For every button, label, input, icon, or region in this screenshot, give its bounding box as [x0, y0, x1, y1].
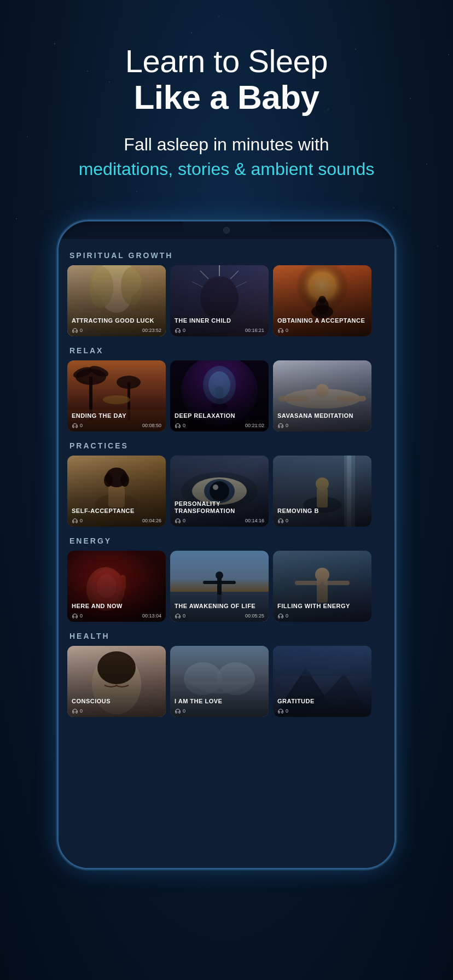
health-label: HEALTH: [67, 632, 386, 640]
card-filling-with-energy[interactable]: FILLING WITH ENERGY 0: [273, 551, 371, 622]
card-meta-left: 0: [277, 613, 288, 619]
card-meta-left: 0: [175, 518, 185, 523]
card-content: I AM THE LOVE 0: [170, 693, 269, 716]
hero-subtitle-cyan: meditations, stories & ambient sounds: [79, 159, 375, 179]
card-title: THE AWAKENING OF LIFE: [175, 603, 264, 610]
card-title: THE INNER CHILD: [175, 317, 264, 324]
card-i-am-the-love[interactable]: I AM THE LOVE 0: [170, 646, 269, 717]
card-content: FILLING WITH ENERGY 0: [273, 598, 371, 621]
card-title: OBTAINING A ACCEPTANCE: [277, 317, 367, 324]
hero-section: Learn to Sleep Like a Baby Fall asleep i…: [0, 0, 453, 203]
card-content: CONSCIOUS 0: [67, 693, 166, 716]
silent-switch: [57, 276, 58, 298]
card-content: PERSONALITY TRANSFORMATION 0 00:14:16: [170, 496, 269, 526]
card-count: 0: [80, 518, 83, 523]
relax-cards: ENDING THE DAY 0 00:08:50: [67, 360, 386, 431]
card-count: 0: [80, 328, 83, 333]
card-title: I AM THE LOVE: [175, 698, 264, 705]
card-meta: 0: [277, 423, 367, 428]
card-deep-relaxation[interactable]: DEEP RELAXATION 0 00:21:02: [170, 360, 269, 431]
phone-frame: SPIRITUAL GROWTH: [57, 220, 396, 870]
headphone-icon: [72, 423, 78, 428]
card-title: ATTRACTING GOOD LUCK: [72, 317, 161, 324]
card-attracting-good-luck[interactable]: ATTRACTING GOOD LUCK 0 00:23:52: [67, 265, 166, 336]
phone-screen[interactable]: SPIRITUAL GROWTH: [59, 239, 394, 868]
card-meta-left: 0: [72, 708, 83, 714]
card-content: REMOVING B 0: [273, 503, 371, 526]
category-relax: RELAX: [59, 340, 394, 435]
card-count: 0: [183, 708, 185, 714]
card-title: FILLING WITH ENERGY: [277, 603, 367, 610]
card-count: 0: [183, 328, 185, 333]
category-spiritual-growth: SPIRITUAL GROWTH: [59, 244, 394, 340]
bottom-spacer: [59, 720, 394, 731]
category-health: HEALTH: [59, 625, 394, 720]
card-content: HERE AND NOW 0 00:13:04: [67, 598, 166, 621]
card-meta: 0 00:14:16: [175, 518, 264, 523]
card-duration: 00:08:50: [142, 423, 161, 428]
card-content: ATTRACTING GOOD LUCK 0 00:23:52: [67, 313, 166, 336]
hero-title-light: Learn to Sleep: [33, 44, 420, 79]
volume-down-button: [57, 345, 58, 375]
card-count: 0: [286, 328, 288, 333]
card-meta-left: 0: [175, 613, 185, 619]
card-content: SAVASANA MEDITATION 0: [273, 408, 371, 431]
card-content: THE AWAKENING OF LIFE 0 00:05:25: [170, 598, 269, 621]
headphone-icon: [277, 708, 284, 714]
card-obtaining-acceptance[interactable]: OBTAINING A ACCEPTANCE 0: [273, 265, 371, 336]
card-meta: 0 00:08:50: [72, 423, 161, 428]
card-awakening-of-life[interactable]: THE AWAKENING OF LIFE 0 00:05:25: [170, 551, 269, 622]
headphone-icon: [72, 613, 78, 619]
card-meta: 0 00:16:21: [175, 328, 264, 333]
card-meta-left: 0: [277, 518, 288, 523]
card-title: REMOVING B: [277, 508, 367, 515]
card-count: 0: [80, 423, 83, 428]
headphone-icon: [175, 328, 181, 333]
card-meta: 0: [72, 708, 161, 714]
headphone-icon: [175, 613, 181, 619]
energy-cards: HERE AND NOW 0 00:13:04: [67, 551, 386, 622]
card-ending-the-day[interactable]: ENDING THE DAY 0 00:08:50: [67, 360, 166, 431]
health-cards: CONSCIOUS 0: [67, 646, 386, 717]
headphone-icon: [277, 423, 284, 428]
volume-up-button: [57, 306, 58, 336]
card-gratitude[interactable]: GRATITUDE 0: [273, 646, 371, 717]
card-duration: 00:21:02: [245, 423, 264, 428]
card-content: GRATITUDE 0: [273, 693, 371, 716]
spiritual-growth-label: SPIRITUAL GROWTH: [67, 251, 386, 260]
headphone-icon: [72, 518, 78, 523]
card-content: SELF-ACCEPTANCE 0 00:04:26: [67, 503, 166, 526]
card-title: CONSCIOUS: [72, 698, 161, 705]
headphone-icon: [277, 518, 284, 523]
card-personality-transformation[interactable]: PERSONALITY TRANSFORMATION 0 00:14:16: [170, 456, 269, 527]
card-meta: 0 00:23:52: [72, 328, 161, 333]
card-meta: 0: [277, 518, 367, 523]
card-meta: 0: [277, 328, 367, 333]
hero-subtitle: Fall asleep in minutes with meditations,…: [33, 132, 420, 182]
card-savasana-meditation[interactable]: SAVASANA MEDITATION 0: [273, 360, 371, 431]
card-inner-child[interactable]: THE INNER CHILD 0 00:16:21: [170, 265, 269, 336]
card-meta: 0 00:05:25: [175, 613, 264, 619]
headphone-icon: [175, 518, 181, 523]
card-meta: 0: [175, 708, 264, 714]
card-meta-left: 0: [277, 423, 288, 428]
card-meta-left: 0: [72, 423, 83, 428]
category-practices: PRACTICES: [59, 435, 394, 530]
headphone-icon: [277, 328, 284, 333]
card-here-and-now[interactable]: HERE AND NOW 0 00:13:04: [67, 551, 166, 622]
card-count: 0: [183, 518, 185, 523]
card-removing-b[interactable]: REMOVING B 0: [273, 456, 371, 527]
headphone-icon: [277, 613, 284, 619]
card-meta-left: 0: [277, 328, 288, 333]
practices-cards: SELF-ACCEPTANCE 0 00:04:26: [67, 456, 386, 527]
spiritual-growth-cards: ATTRACTING GOOD LUCK 0 00:23:52: [67, 265, 386, 336]
front-camera: [223, 227, 230, 234]
card-content: THE INNER CHILD 0 00:16:21: [170, 313, 269, 336]
card-meta-left: 0: [175, 423, 185, 428]
card-conscious[interactable]: CONSCIOUS 0: [67, 646, 166, 717]
card-count: 0: [286, 613, 288, 619]
card-content: ENDING THE DAY 0 00:08:50: [67, 408, 166, 431]
phone-container: SPIRITUAL GROWTH: [0, 203, 453, 870]
card-self-acceptance[interactable]: SELF-ACCEPTANCE 0 00:04:26: [67, 456, 166, 527]
card-meta: 0 00:21:02: [175, 423, 264, 428]
